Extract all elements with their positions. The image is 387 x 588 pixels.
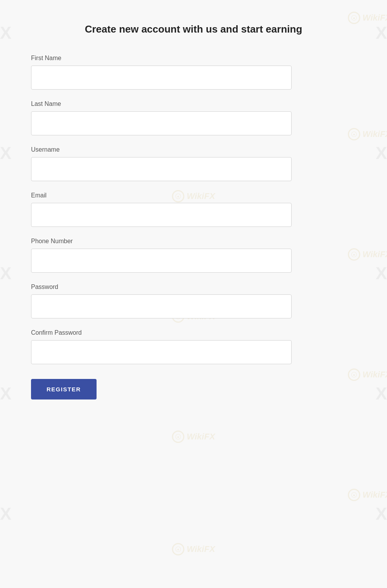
first-name-group: First Name	[31, 55, 356, 90]
username-input[interactable]	[31, 157, 292, 181]
x-mark-10: X	[376, 504, 387, 524]
password-input[interactable]	[31, 294, 292, 318]
confirm-password-input[interactable]	[31, 340, 292, 364]
page-title: Create new account with us and start ear…	[31, 23, 356, 35]
phone-input[interactable]	[31, 249, 292, 273]
confirm-password-group: Confirm Password	[31, 329, 356, 364]
svg-point-4	[177, 549, 179, 550]
phone-group: Phone Number	[31, 238, 356, 273]
first-name-input[interactable]	[31, 66, 292, 90]
phone-label: Phone Number	[31, 238, 356, 245]
email-input[interactable]	[31, 203, 292, 227]
last-name-group: Last Name	[31, 100, 356, 135]
watermark-5: WikiFX	[172, 543, 215, 555]
registration-form: First Name Last Name Username Email Phon…	[31, 55, 356, 399]
email-label: Email	[31, 192, 356, 199]
confirm-password-label: Confirm Password	[31, 329, 356, 336]
last-name-input[interactable]	[31, 111, 292, 135]
username-group: Username	[31, 146, 356, 181]
register-button[interactable]: REGISTER	[31, 379, 97, 399]
svg-point-9	[353, 495, 355, 496]
watermark-right-5: WikiFX	[348, 489, 387, 501]
username-label: Username	[31, 146, 356, 153]
password-label: Password	[31, 284, 356, 291]
page-wrapper: Create new account with us and start ear…	[0, 0, 387, 438]
last-name-label: Last Name	[31, 100, 356, 107]
first-name-label: First Name	[31, 55, 356, 62]
email-group: Email	[31, 192, 356, 227]
x-mark-9: X	[0, 504, 11, 524]
password-group: Password	[31, 284, 356, 318]
